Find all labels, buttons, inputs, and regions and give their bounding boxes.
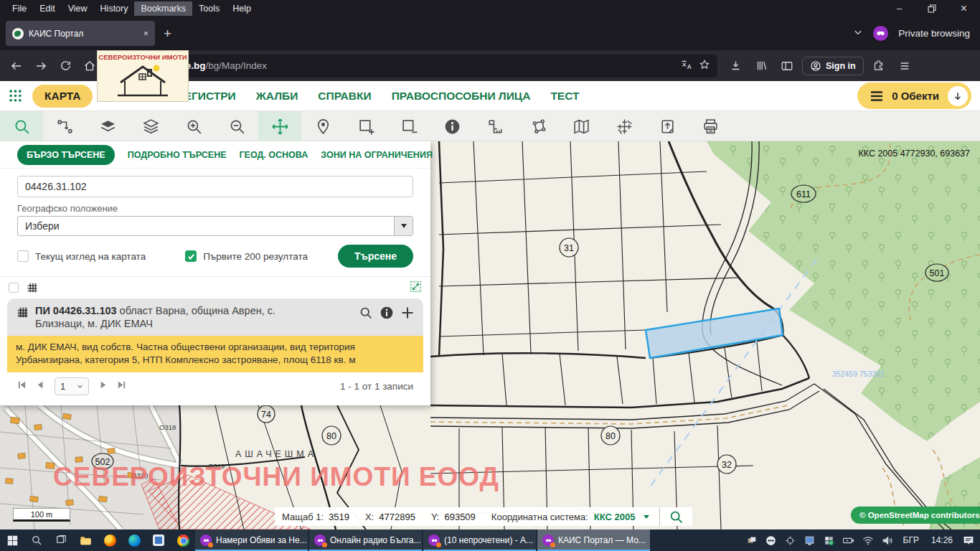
select-dropdown-icon[interactable] bbox=[394, 217, 413, 235]
page-last-icon[interactable] bbox=[117, 380, 126, 392]
action-center-icon[interactable] bbox=[960, 529, 977, 551]
chrome-icon[interactable] bbox=[171, 529, 195, 551]
search-button[interactable]: Търсене bbox=[338, 245, 413, 268]
reload-icon[interactable] bbox=[55, 55, 76, 77]
tool-map-sheet-icon[interactable] bbox=[560, 111, 603, 141]
menu-help[interactable]: Help bbox=[226, 1, 258, 16]
tray-volume-icon[interactable] bbox=[879, 529, 896, 551]
tool-layers-filled-icon[interactable] bbox=[86, 111, 129, 141]
nav-test[interactable]: ТЕСТ bbox=[550, 90, 579, 103]
new-tab-button[interactable]: + bbox=[164, 26, 171, 42]
page-number-select[interactable]: 1 bbox=[55, 377, 89, 395]
menu-history[interactable]: History bbox=[94, 1, 135, 16]
tab-close-icon[interactable]: × bbox=[143, 28, 149, 39]
tray-apps-icon[interactable] bbox=[743, 529, 760, 551]
extensions-puzzle-icon[interactable] bbox=[868, 55, 890, 77]
tool-search-icon[interactable] bbox=[0, 111, 43, 141]
menu-edit[interactable]: Edit bbox=[33, 1, 62, 16]
tray-battery-icon[interactable] bbox=[840, 529, 857, 551]
crs-dropdown-icon[interactable] bbox=[644, 515, 649, 519]
menu-view[interactable]: View bbox=[62, 1, 94, 16]
current-view-checkbox[interactable] bbox=[17, 250, 29, 262]
first-200-checkbox[interactable] bbox=[185, 250, 197, 262]
tool-location-pin-icon[interactable] bbox=[301, 111, 344, 141]
tab-restriction-zones[interactable]: ЗОНИ НА ОГРАНИЧЕНИЯ bbox=[321, 150, 433, 160]
taskbar-window-2[interactable]: Онлайн радио Бълга... bbox=[309, 529, 422, 551]
nav-zhalbi[interactable]: ЖАЛБИ bbox=[256, 90, 298, 103]
tool-zoom-in-icon[interactable] bbox=[172, 111, 215, 141]
taskbar-window-1[interactable]: Намери Обяви за Не... bbox=[195, 529, 308, 551]
tab-kais-portal[interactable]: КАИС Портал × bbox=[6, 21, 155, 46]
menu-bookmarks[interactable]: Bookmarks bbox=[134, 1, 192, 16]
back-icon[interactable] bbox=[6, 55, 27, 77]
tab-detailed-search[interactable]: ПОДРОБНО ТЪРСЕНЕ bbox=[128, 150, 227, 160]
bookmark-star-icon[interactable] bbox=[699, 59, 710, 72]
menu-file[interactable]: File bbox=[6, 1, 33, 16]
start-button-icon[interactable] bbox=[0, 529, 24, 551]
tool-print-icon[interactable] bbox=[689, 111, 732, 141]
tray-display-icon[interactable] bbox=[801, 529, 819, 551]
crs-select[interactable]: ККС 2005 bbox=[594, 512, 636, 522]
page-first-icon[interactable] bbox=[17, 380, 27, 392]
tool-coordinates-icon[interactable] bbox=[603, 111, 646, 141]
expand-results-icon[interactable] bbox=[410, 281, 422, 296]
tool-pan-icon[interactable] bbox=[258, 111, 301, 141]
sidebar-icon[interactable] bbox=[776, 55, 798, 77]
tool-select-rect-subtract-icon[interactable] bbox=[387, 111, 430, 141]
tray-snip-icon[interactable] bbox=[782, 529, 799, 551]
result-zoom-icon[interactable] bbox=[359, 306, 373, 322]
geo-position-select[interactable]: Избери bbox=[17, 216, 413, 236]
tray-teamviewer-icon[interactable] bbox=[763, 529, 780, 551]
nav-pravosposobni-litsa[interactable]: ПРАВОСПОСОБНИ ЛИЦА bbox=[392, 90, 531, 103]
downloads-icon[interactable] bbox=[725, 55, 746, 77]
translate-icon[interactable]: A bbox=[680, 58, 693, 73]
map-viewport[interactable]: 31 611 501 80 80 32 74 502 О318 О319 О32… bbox=[0, 141, 980, 529]
objects-count-button[interactable]: 0 Обекти bbox=[857, 83, 971, 109]
tab-quick-search[interactable]: БЪРЗО ТЪРСЕНЕ bbox=[17, 145, 115, 165]
tool-info-icon[interactable] bbox=[430, 111, 473, 141]
app-grid-icon[interactable] bbox=[9, 89, 22, 103]
tool-zoom-out-icon[interactable] bbox=[215, 111, 258, 141]
tray-security-icon[interactable] bbox=[821, 529, 838, 551]
taskbar-window-3[interactable]: (10 непрочетени) - А... bbox=[423, 529, 536, 551]
tool-export-icon[interactable] bbox=[646, 111, 689, 141]
restore-button[interactable] bbox=[915, 0, 948, 17]
firefox-icon[interactable] bbox=[98, 529, 122, 551]
address-bar[interactable]: kais.cadastre.bg/bg/Map/Index A bbox=[108, 55, 717, 77]
select-all-results-checkbox[interactable] bbox=[9, 283, 19, 293]
tool-select-rect-add-icon[interactable] bbox=[344, 111, 387, 141]
page-prev-icon[interactable] bbox=[36, 380, 45, 392]
app-menu-icon[interactable] bbox=[894, 55, 915, 77]
objects-expand-icon[interactable] bbox=[948, 86, 968, 106]
status-search-icon[interactable] bbox=[669, 509, 684, 524]
menu-tools[interactable]: Tools bbox=[192, 1, 226, 16]
task-view-icon[interactable] bbox=[49, 529, 73, 551]
close-button[interactable]: × bbox=[948, 0, 980, 17]
result-add-icon[interactable] bbox=[400, 306, 415, 322]
nav-karta[interactable]: КАРТА bbox=[32, 85, 93, 108]
tool-route-icon[interactable] bbox=[43, 111, 86, 141]
nav-spravki[interactable]: СПРАВКИ bbox=[318, 90, 371, 103]
file-explorer-icon[interactable] bbox=[73, 529, 98, 551]
edge-icon[interactable] bbox=[122, 529, 146, 551]
tool-measure-area-icon[interactable] bbox=[517, 111, 560, 141]
photos-app-icon[interactable] bbox=[146, 529, 171, 551]
result-row[interactable]: ПИ 04426.31.103 област Варна, община Авр… bbox=[7, 298, 423, 336]
search-input[interactable] bbox=[17, 176, 413, 197]
tray-clock[interactable]: 14:26 bbox=[926, 535, 958, 545]
sign-in-button[interactable]: Sign in bbox=[802, 57, 864, 75]
page-next-icon[interactable] bbox=[98, 380, 108, 392]
taskbar-window-4-active[interactable]: КАИС Портал — Мо... bbox=[537, 529, 650, 551]
tool-measure-length-icon[interactable] bbox=[473, 111, 517, 141]
forward-icon[interactable] bbox=[30, 55, 52, 77]
minimize-button[interactable]: – bbox=[883, 0, 915, 17]
tab-geodetic-basis[interactable]: ГЕОД. ОСНОВА bbox=[240, 150, 308, 160]
list-tabs-chevron-icon[interactable] bbox=[853, 27, 863, 40]
osm-attribution[interactable]: © OpenStreetMap contributors. bbox=[851, 507, 980, 524]
tool-layers-icon[interactable] bbox=[129, 111, 172, 141]
result-info-icon[interactable] bbox=[380, 306, 394, 322]
tray-language-label[interactable]: БГР bbox=[898, 535, 924, 545]
tray-wifi-icon[interactable] bbox=[859, 529, 877, 551]
taskbar-search-icon[interactable] bbox=[24, 529, 49, 551]
library-icon[interactable] bbox=[750, 55, 772, 77]
